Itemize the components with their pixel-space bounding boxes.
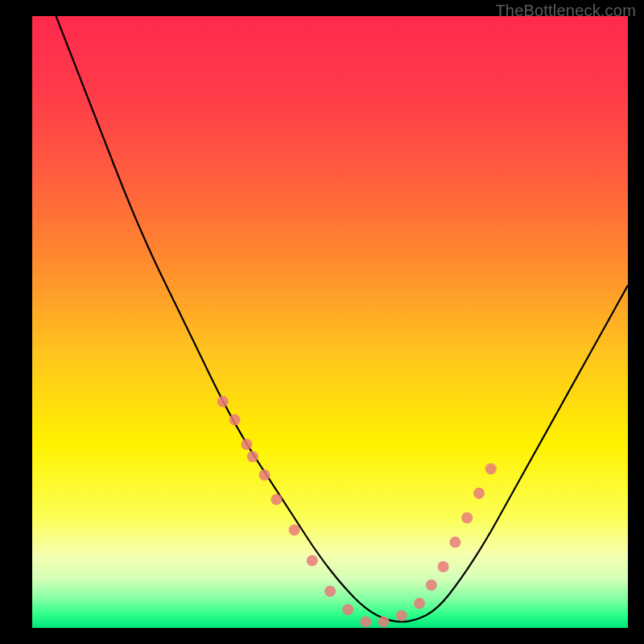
bottleneck-curve — [56, 16, 628, 621]
curve-layer — [32, 16, 628, 628]
highlight-dot — [259, 469, 270, 481]
highlight-dot — [360, 616, 371, 627]
plot-area — [32, 16, 628, 628]
highlight-dot — [247, 451, 258, 462]
highlight-dots — [217, 396, 497, 628]
highlight-dot — [324, 585, 336, 597]
highlight-dot — [307, 555, 318, 566]
highlight-dot — [449, 537, 460, 548]
highlight-dot — [241, 439, 252, 450]
highlight-dot — [289, 524, 300, 535]
highlight-dot — [414, 598, 425, 609]
highlight-dot — [342, 604, 353, 615]
highlight-dot — [438, 561, 449, 572]
highlight-dot — [396, 610, 407, 621]
highlight-dot — [485, 463, 497, 474]
highlight-dot — [461, 512, 473, 523]
highlight-dot — [270, 493, 282, 505]
highlight-dot — [426, 580, 437, 591]
chart-frame: TheBottleneck.com — [0, 0, 644, 644]
highlight-dot — [217, 396, 229, 407]
watermark-text: TheBottleneck.com — [495, 2, 636, 20]
highlight-dot — [473, 488, 485, 499]
highlight-dot — [229, 415, 241, 426]
highlight-dot — [378, 616, 390, 627]
